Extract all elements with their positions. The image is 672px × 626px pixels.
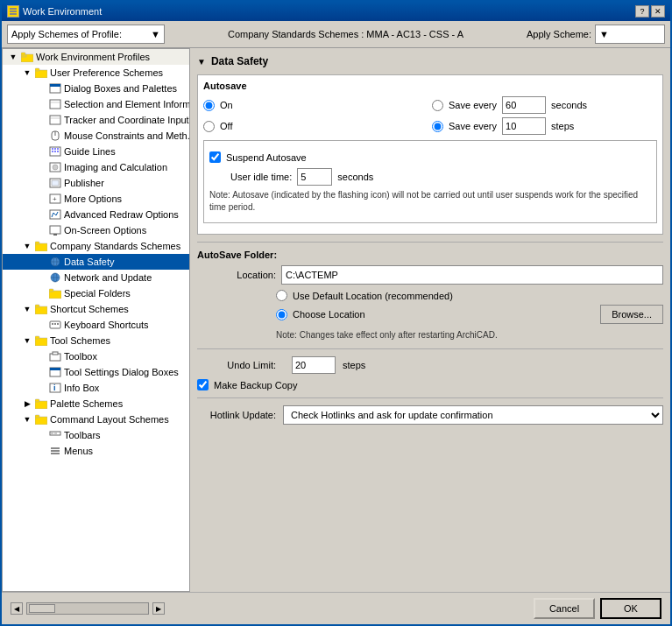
svg-rect-44 bbox=[57, 323, 59, 325]
sidebar-label-network: Network and Update bbox=[64, 271, 187, 284]
expander-work-env-profiles[interactable]: ▼ bbox=[6, 50, 20, 64]
item-icon-tool-settings bbox=[48, 365, 62, 379]
sidebar-item-more-options[interactable]: ▷ + More Options bbox=[3, 191, 189, 207]
svg-rect-29 bbox=[35, 243, 47, 251]
sidebar-label-palette-schemes: Palette Schemes bbox=[50, 397, 187, 410]
item-icon-redraw bbox=[48, 207, 62, 222]
action-buttons: Cancel OK bbox=[534, 598, 661, 619]
sidebar-item-cmd-layout[interactable]: ▼ Command Layout Schemes bbox=[3, 411, 189, 427]
radio-save-seconds-input[interactable] bbox=[432, 100, 443, 111]
folder-icon bbox=[20, 50, 34, 64]
svg-rect-39 bbox=[35, 306, 47, 314]
apply-scheme-area: Apply Scheme: ▼ bbox=[527, 25, 665, 44]
svg-rect-28 bbox=[53, 234, 57, 236]
sidebar-item-tool-schemes[interactable]: ▼ Tool Schemes bbox=[3, 333, 189, 348]
sidebar-label-tool-settings: Tool Settings Dialog Boxes bbox=[64, 366, 187, 378]
sidebar-item-data-safety[interactable]: ▷ Data Safety bbox=[3, 254, 189, 270]
sidebar-item-tracker[interactable]: ▷ Tracker and Coordinate Input bbox=[3, 112, 189, 128]
section-collapse-btn[interactable]: ▼ bbox=[197, 57, 206, 67]
expander-shortcut[interactable]: ▼ bbox=[20, 302, 34, 316]
sidebar-item-menus[interactable]: ▷ Menus bbox=[3, 443, 189, 459]
scroll-left-arrow[interactable]: ◀ bbox=[11, 602, 23, 615]
radio-off-label: Off bbox=[220, 121, 232, 131]
location-input[interactable] bbox=[281, 265, 663, 285]
sidebar-item-keyboard[interactable]: ▷ Keyboard Shortcuts bbox=[3, 317, 189, 333]
title-bar-left: Work Environment bbox=[7, 5, 102, 18]
ok-button[interactable]: OK bbox=[600, 598, 661, 619]
globe-icon-network bbox=[48, 271, 62, 285]
sidebar-item-tool-settings[interactable]: ▷ Tool Settings Dialog Boxes bbox=[3, 364, 189, 380]
svg-rect-53 bbox=[35, 401, 47, 409]
sidebar-label-on-screen: On-Screen Options bbox=[64, 224, 187, 236]
expander-palette[interactable]: ▶ bbox=[20, 397, 34, 411]
sidebar-item-work-env-profiles[interactable]: ▼ Work Environment Profiles bbox=[3, 49, 189, 65]
folder-icon-palette bbox=[34, 397, 48, 411]
sidebar-label-guide-lines: Guide Lines bbox=[64, 145, 187, 158]
sidebar-item-company-std[interactable]: ▼ Company Standards Schemes bbox=[3, 238, 189, 254]
horizontal-scrollbar[interactable] bbox=[26, 602, 149, 615]
title-bar: Work Environment ? ✕ bbox=[2, 2, 670, 21]
radio-save-every-seconds: Save every seconds bbox=[432, 96, 657, 114]
sidebar-item-palette-schemes[interactable]: ▶ Palette Schemes bbox=[3, 396, 189, 411]
item-icon-guide bbox=[48, 144, 62, 158]
folder-note: Note: Changes take effect only after res… bbox=[276, 329, 663, 341]
profile-dropdown-label: Apply Schemes of Profile: bbox=[11, 29, 122, 39]
use-default-radio[interactable] bbox=[276, 290, 287, 301]
sidebar-item-selection[interactable]: ▷ Selection and Element Inform bbox=[3, 96, 189, 112]
sidebar-item-info-box[interactable]: ▷ i Info Box bbox=[3, 380, 189, 396]
expander-cmd-layout[interactable]: ▼ bbox=[20, 412, 34, 426]
svg-rect-38 bbox=[49, 289, 53, 292]
sidebar-item-on-screen[interactable]: ▷ On-Screen Options bbox=[3, 222, 189, 238]
sidebar-item-special-folders[interactable]: ▷ Special Folders bbox=[3, 285, 189, 301]
radio-off-input[interactable] bbox=[203, 121, 215, 132]
sidebar-item-mouse[interactable]: ▷ Mouse Constraints and Meth... bbox=[3, 128, 189, 144]
bottom-bar: ◀ ▶ Cancel OK bbox=[2, 592, 670, 624]
sidebar-item-guide-lines[interactable]: ▷ Guide Lines bbox=[3, 144, 189, 159]
sidebar-item-toolbars[interactable]: ▷ Toolbars bbox=[3, 427, 189, 443]
svg-rect-1 bbox=[10, 8, 17, 10]
help-button[interactable]: ? bbox=[635, 5, 649, 18]
expander-tool-schemes[interactable]: ▼ bbox=[20, 334, 34, 348]
sidebar-item-advanced-redraw[interactable]: ▷ Advanced Redraw Options bbox=[3, 207, 189, 222]
choose-location-radio[interactable] bbox=[276, 309, 287, 320]
idle-time-row: User idle time: seconds bbox=[230, 168, 651, 186]
backup-checkbox[interactable] bbox=[197, 379, 209, 390]
apply-scheme-dropdown[interactable]: ▼ bbox=[595, 25, 665, 44]
scroll-right-arrow[interactable]: ▶ bbox=[152, 602, 165, 615]
sidebar-item-shortcut-schemes[interactable]: ▼ Shortcut Schemes bbox=[3, 301, 189, 317]
window-title: Work Environment bbox=[23, 6, 102, 17]
svg-rect-61 bbox=[51, 450, 60, 452]
profile-dropdown[interactable]: Apply Schemes of Profile: ▼ bbox=[7, 25, 165, 44]
sidebar-item-publisher[interactable]: ▷ Publisher bbox=[3, 175, 189, 191]
radio-on-input[interactable] bbox=[203, 100, 215, 111]
undo-input[interactable] bbox=[292, 356, 336, 374]
idle-time-input[interactable] bbox=[297, 168, 332, 186]
close-button[interactable]: ✕ bbox=[651, 5, 665, 18]
expander-company-std[interactable]: ▼ bbox=[20, 239, 34, 253]
browse-button[interactable]: Browse... bbox=[600, 305, 663, 324]
item-icon-publisher bbox=[48, 176, 62, 190]
sidebar-label-selection: Selection and Element Inform bbox=[64, 98, 190, 110]
sidebar-item-toolbox[interactable]: ▷ Toolbox bbox=[3, 348, 189, 364]
expander-user-pref[interactable]: ▼ bbox=[20, 66, 34, 80]
sidebar-label-imaging: Imaging and Calculation bbox=[64, 161, 187, 173]
use-default-row: Use Default Location (recommended) bbox=[276, 290, 663, 301]
radio-save-steps-input[interactable] bbox=[432, 121, 443, 132]
folder-icon-user bbox=[34, 66, 48, 80]
sidebar-item-dialog-boxes[interactable]: ▷ Dialog Boxes and Palettes bbox=[3, 81, 189, 96]
hotlink-select[interactable]: Check Hotlinks and ask for update confir… bbox=[283, 405, 663, 425]
suspend-checkbox[interactable] bbox=[209, 151, 221, 163]
svg-text:i: i bbox=[53, 383, 56, 392]
suspend-box: Suspend Autosave User idle time: seconds… bbox=[203, 140, 657, 223]
steps-input[interactable] bbox=[502, 117, 546, 135]
radio-save-every-steps: Save every steps bbox=[432, 117, 657, 135]
sidebar-item-user-pref-schemes[interactable]: ▼ User Preference Schemes bbox=[3, 65, 189, 81]
sidebar-item-network[interactable]: ▷ Network and Update bbox=[3, 270, 189, 285]
seconds-input[interactable] bbox=[502, 96, 546, 114]
cancel-button[interactable]: Cancel bbox=[534, 598, 595, 619]
sidebar-label-user-pref: User Preference Schemes bbox=[50, 67, 187, 79]
autosave-note: Note: Autosave (indicated by the flashin… bbox=[209, 189, 651, 214]
sidebar-item-imaging[interactable]: ▷ Imaging and Calculation bbox=[3, 159, 189, 175]
svg-rect-62 bbox=[51, 453, 60, 454]
radio-on-label: On bbox=[220, 100, 233, 110]
